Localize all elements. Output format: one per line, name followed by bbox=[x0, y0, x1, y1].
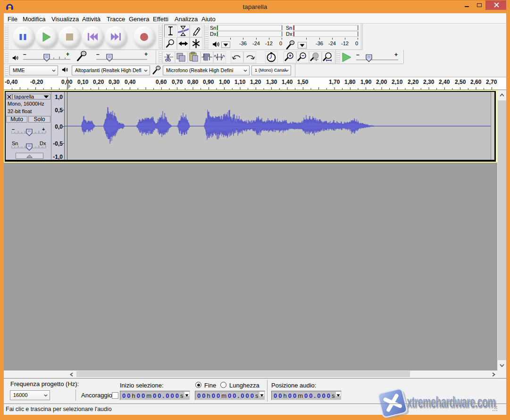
svg-text:xtremehardware.com: xtremehardware.com bbox=[407, 393, 495, 411]
